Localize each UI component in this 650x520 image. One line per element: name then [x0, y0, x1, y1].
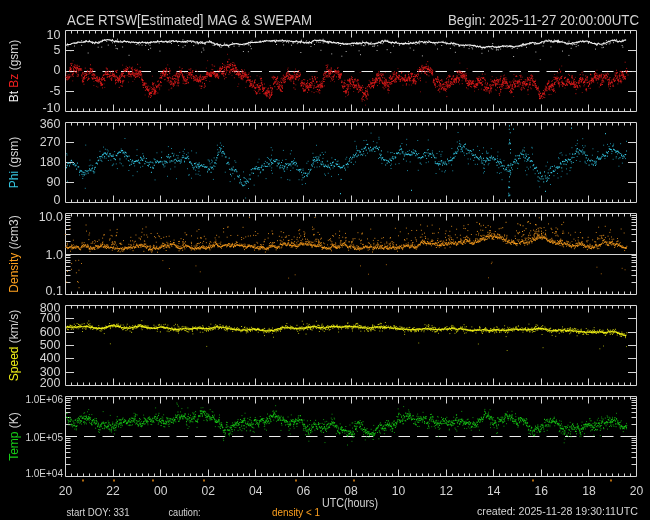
svg-text:10: 10 — [392, 483, 406, 498]
svg-text:20: 20 — [630, 483, 644, 498]
svg-text:1.0E+04: 1.0E+04 — [25, 468, 63, 479]
svg-text:700: 700 — [40, 311, 61, 325]
svg-text:caution:: caution: — [169, 506, 201, 518]
svg-text:0: 0 — [54, 193, 61, 207]
svg-text:Begin: 2025-11-27 20:00:00UTC: Begin: 2025-11-27 20:00:00UTC — [448, 12, 639, 28]
svg-text:14: 14 — [487, 483, 501, 498]
svg-text:Temp (K): Temp (K) — [7, 412, 21, 461]
svg-text:90: 90 — [47, 175, 61, 189]
svg-text:1.0E+06: 1.0E+06 — [25, 394, 63, 405]
svg-text:ACE RTSW[Estimated] MAG & SWEP: ACE RTSW[Estimated] MAG & SWEPAM — [67, 12, 312, 28]
svg-text:400: 400 — [40, 351, 61, 365]
svg-text:22: 22 — [106, 483, 120, 498]
svg-text:1.0E+05: 1.0E+05 — [25, 432, 63, 443]
svg-text:360: 360 — [40, 117, 61, 131]
svg-text:00: 00 — [154, 483, 168, 498]
svg-text:270: 270 — [40, 135, 61, 149]
svg-text:12: 12 — [439, 483, 453, 498]
svg-text:600: 600 — [40, 325, 61, 339]
svg-text:06: 06 — [297, 483, 311, 498]
svg-text:-5: -5 — [49, 84, 60, 98]
svg-text:20: 20 — [59, 483, 73, 498]
svg-text:Density (/cm3): Density (/cm3) — [7, 215, 21, 292]
svg-text:start DOY: 331: start DOY: 331 — [67, 506, 130, 518]
svg-text:16: 16 — [535, 483, 549, 498]
svg-text:10: 10 — [47, 28, 61, 42]
svg-text:Speed (km/s): Speed (km/s) — [7, 310, 21, 381]
svg-text:10.0: 10.0 — [39, 210, 63, 224]
svg-text:0.1: 0.1 — [46, 284, 63, 298]
svg-text:UTC(hours): UTC(hours) — [322, 496, 378, 510]
svg-text:02: 02 — [202, 483, 216, 498]
svg-text:1.0: 1.0 — [46, 248, 63, 262]
svg-text:500: 500 — [40, 338, 61, 352]
svg-text:0: 0 — [54, 63, 61, 77]
svg-text:5: 5 — [54, 43, 61, 57]
svg-text:density < 1: density < 1 — [272, 506, 320, 518]
svg-text:04: 04 — [249, 483, 263, 498]
svg-text:-10: -10 — [42, 101, 60, 115]
svg-text:200: 200 — [40, 376, 61, 390]
svg-text:18: 18 — [582, 483, 596, 498]
svg-text:Bt Bz (gsm): Bt Bz (gsm) — [7, 40, 21, 103]
svg-text:created: 2025-11-28 19:30:11UT: created: 2025-11-28 19:30:11UTC — [477, 505, 638, 517]
svg-text:180: 180 — [40, 155, 61, 169]
svg-text:Phi (gsm): Phi (gsm) — [7, 137, 21, 188]
